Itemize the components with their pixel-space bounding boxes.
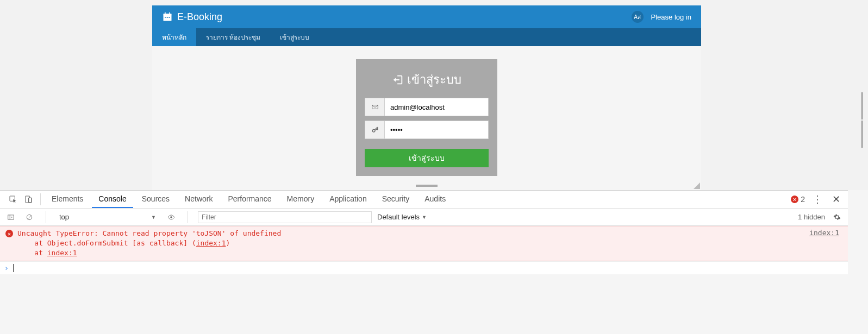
devtools-toolbar: Elements Console Sources Network Perform…	[0, 191, 848, 209]
nav-item-login[interactable]: เข้าสู่ระบบ	[270, 28, 319, 46]
prompt-arrow-icon: ›	[4, 264, 9, 272]
nav-item-home[interactable]: หน้าหลัก	[152, 28, 196, 46]
inspect-icon[interactable]	[5, 192, 21, 207]
devtools-panel: Elements Console Sources Network Perform…	[0, 190, 848, 274]
login-link[interactable]: Please log in	[651, 13, 691, 21]
main-nav: หน้าหลัก รายการ ห้องประชุม เข้าสู่ระบบ	[152, 28, 701, 46]
devtools-tabs: Elements Console Sources Network Perform…	[45, 191, 452, 208]
svg-rect-5	[167, 17, 168, 18]
brand[interactable]: E-Booking	[162, 11, 222, 23]
brand-text: E-Booking	[177, 11, 222, 23]
console-prompt[interactable]: ›	[0, 261, 848, 274]
context-selector[interactable]: top ▼	[56, 212, 159, 222]
svg-point-8	[372, 129, 375, 132]
app-header: E-Booking Aส Please log in	[152, 5, 701, 28]
filter-input[interactable]	[198, 211, 372, 223]
svg-line-17	[28, 215, 32, 219]
svg-rect-6	[169, 17, 171, 18]
scrollbar[interactable]	[860, 92, 864, 148]
nav-item-rooms[interactable]: รายการ ห้องประชุม	[196, 28, 270, 46]
login-card: เข้าสู่ระบบ เข้าสู่ระบบ	[356, 59, 497, 176]
language-badge-text: Aส	[634, 13, 641, 21]
tab-console[interactable]: Console	[92, 191, 133, 208]
svg-rect-7	[372, 105, 378, 109]
email-input[interactable]	[384, 98, 489, 116]
devtools-close-icon[interactable]: ✕	[830, 193, 842, 205]
hidden-count[interactable]: 1 hidden	[798, 213, 825, 221]
resize-handle[interactable]	[152, 181, 701, 190]
error-icon: ✕	[5, 230, 13, 237]
svg-rect-13	[8, 215, 14, 219]
svg-rect-11	[29, 198, 32, 203]
calendar-icon	[162, 11, 173, 22]
password-input[interactable]	[384, 121, 489, 139]
password-input-group	[365, 121, 489, 139]
tab-audits[interactable]: Audits	[418, 191, 452, 208]
device-mode-icon[interactable]	[21, 192, 36, 207]
login-button[interactable]: เข้าสู่ระบบ	[365, 149, 489, 167]
svg-rect-3	[169, 12, 170, 14]
tab-security[interactable]: Security	[376, 191, 416, 208]
tab-sources[interactable]: Sources	[135, 191, 176, 208]
console-settings-icon[interactable]	[830, 211, 844, 224]
language-switcher[interactable]: Aส	[632, 11, 644, 23]
svg-marker-15	[11, 216, 13, 217]
tab-network[interactable]: Network	[178, 191, 219, 208]
content-area: เข้าสู่ระบบ เข้าสู่ระบบ	[152, 46, 701, 181]
tab-memory[interactable]: Memory	[280, 191, 321, 208]
tab-elements[interactable]: Elements	[45, 191, 90, 208]
svg-point-18	[170, 216, 172, 218]
log-levels-selector[interactable]: Default levels ▼	[377, 213, 427, 221]
error-text: Uncaught TypeError: Cannot read property…	[17, 229, 809, 259]
email-input-group	[365, 98, 489, 116]
login-card-title: เข้าสู่ระบบ	[365, 70, 489, 89]
clear-console-icon[interactable]	[23, 211, 36, 224]
tab-application[interactable]: Application	[323, 191, 373, 208]
mail-icon	[365, 98, 384, 116]
live-expression-icon[interactable]	[165, 211, 178, 224]
svg-rect-2	[165, 12, 166, 14]
tab-performance[interactable]: Performance	[221, 191, 278, 208]
signin-icon	[392, 74, 404, 86]
error-stack-link[interactable]: index:1	[47, 249, 77, 257]
error-source-link[interactable]: index:1	[809, 229, 842, 259]
console-sidebar-icon[interactable]	[4, 211, 17, 224]
error-counter[interactable]: ✕ 2	[791, 195, 805, 204]
devtools-menu-icon[interactable]: ⋮	[810, 193, 825, 205]
key-icon	[365, 121, 384, 139]
resize-corner-icon[interactable]	[693, 182, 701, 190]
error-stack-link[interactable]: index:1	[196, 239, 226, 247]
prompt-cursor	[13, 264, 14, 272]
svg-rect-4	[165, 17, 166, 18]
console-error-message: ✕ Uncaught TypeError: Cannot read proper…	[0, 226, 848, 261]
console-filter-bar: top ▼ Default levels ▼ 1 hidden	[0, 209, 848, 226]
svg-rect-1	[164, 14, 172, 15]
